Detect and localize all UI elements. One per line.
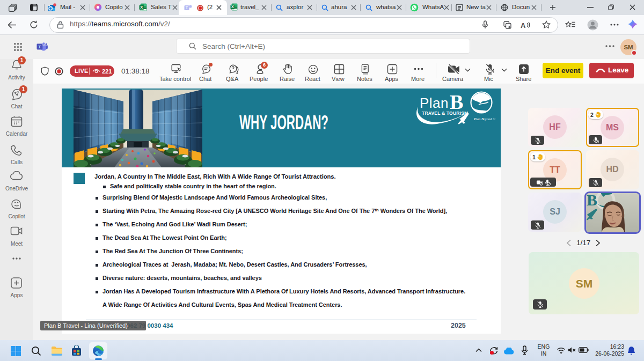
svg-text:B: B <box>450 91 463 113</box>
svg-text:T: T <box>186 5 188 10</box>
svg-text:Plan Beyond ©: Plan Beyond © <box>473 117 495 121</box>
svg-text:Plan: Plan <box>420 95 449 111</box>
svg-text:X: X <box>231 5 234 9</box>
svg-text:X: X <box>140 5 143 10</box>
svg-text:WHY JORDAN?: WHY JORDAN? <box>239 113 328 132</box>
svg-text:B: B <box>587 193 597 209</box>
svg-text:T: T <box>38 45 41 49</box>
svg-text:A: A <box>521 21 526 30</box>
svg-text:TRAVEL & TOURISM: TRAVEL & TOURISM <box>422 110 468 116</box>
